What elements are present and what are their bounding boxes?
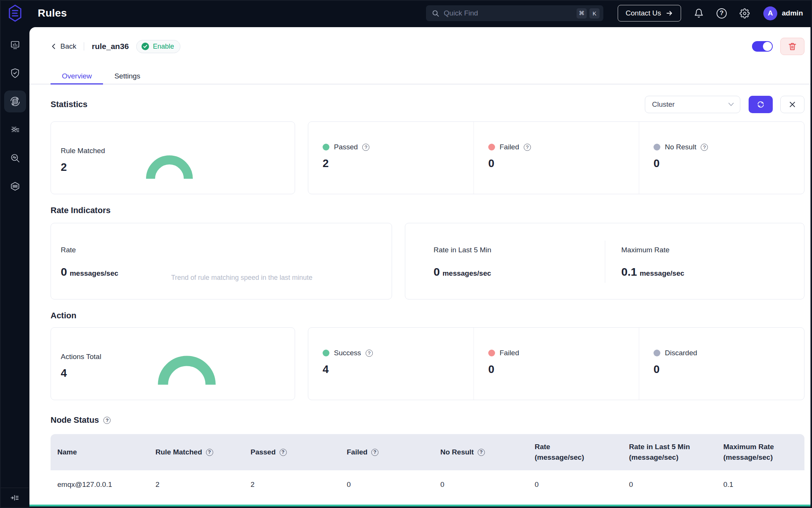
- help-icon[interactable]: [524, 144, 531, 151]
- table-row[interactable]: emqx@127.0.0.1 2 2 0 0 0 0 0.1: [51, 470, 804, 499]
- settings-gear-icon[interactable]: [740, 8, 750, 18]
- user-avatar[interactable]: A: [763, 6, 777, 20]
- rule-enabled-toggle[interactable]: [752, 41, 773, 52]
- cell-no-result: 0: [434, 480, 528, 489]
- maximum-rate-label: Maximum Rate: [621, 246, 670, 254]
- actions-total-label: Actions Total: [61, 353, 101, 361]
- help-icon[interactable]: [366, 350, 373, 357]
- sidebar-item-diagnose[interactable]: [4, 147, 26, 169]
- collapse-sidebar-button[interactable]: [1, 488, 29, 507]
- enable-status-badge: Enable: [136, 40, 180, 53]
- failed-label: Failed: [500, 143, 519, 151]
- username[interactable]: admin: [782, 9, 803, 17]
- help-icon[interactable]: [103, 417, 111, 424]
- help-icon[interactable]: [362, 144, 369, 151]
- scope-select[interactable]: Cluster: [645, 96, 740, 113]
- rate-last-5min-unit: messages/sec: [443, 269, 491, 278]
- passed-value: 2: [323, 157, 474, 170]
- rate-indicators-title: Rate Indicators: [51, 206, 111, 215]
- delete-rule-button[interactable]: [780, 38, 804, 55]
- help-icon[interactable]: [206, 449, 213, 456]
- help-icon[interactable]: [717, 8, 727, 18]
- node-status-title: Node Status: [51, 415, 99, 425]
- sidebar-item-management[interactable]: [4, 119, 26, 141]
- rule-matched-label: Rule Matched: [61, 147, 105, 155]
- passed-dot: [323, 144, 329, 150]
- discarded-metric: Discarded 0: [639, 328, 804, 400]
- table-header-row: Name Rule Matched Passed Failed No Resul…: [51, 434, 804, 470]
- sidebar-item-extensions[interactable]: [4, 175, 26, 197]
- rate-value: 0: [61, 266, 67, 278]
- tab-overview[interactable]: Overview: [51, 68, 103, 84]
- col-no-result: No Result: [434, 447, 528, 458]
- quick-find-search[interactable]: ⌘ K: [426, 5, 603, 21]
- collapse-sidebar-icon: [10, 493, 20, 503]
- actions-total-gauge: [158, 347, 216, 385]
- diagnose-search-icon: [10, 153, 20, 163]
- bottom-accent-line: [29, 505, 810, 506]
- maximum-rate-cell: Maximum Rate 0.1 message/sec: [605, 223, 804, 299]
- sidebar-item-access-control[interactable]: [4, 62, 26, 84]
- close-statistics-button[interactable]: [780, 96, 804, 113]
- refresh-button[interactable]: [749, 96, 773, 113]
- failed-dot: [488, 144, 495, 150]
- node-status-table: Name Rule Matched Passed Failed No Resul…: [51, 434, 804, 499]
- dashboard-icon: [10, 40, 20, 50]
- arrow-right-icon: [666, 9, 673, 17]
- node-status-header: Node Status: [51, 415, 804, 425]
- shield-check-icon: [10, 68, 20, 78]
- action-cards: Actions Total 4 Success 4: [51, 327, 804, 400]
- help-icon[interactable]: [280, 449, 287, 456]
- sidebar-item-dashboard[interactable]: [4, 34, 26, 56]
- cell-node-name: emqx@127.0.0.1: [51, 480, 149, 489]
- rule-matched-card: Rule Matched 2: [51, 121, 295, 194]
- col-rate: Rate(message/sec): [528, 442, 622, 463]
- tab-settings[interactable]: Settings: [103, 68, 152, 84]
- rate-last-5min-value: 0: [434, 266, 440, 278]
- notifications-bell-icon[interactable]: [694, 8, 704, 18]
- contact-us-label: Contact Us: [626, 9, 661, 17]
- contact-us-button[interactable]: Contact Us: [618, 5, 681, 21]
- topbar: Rules ⌘ K Contact Us: [1, 1, 811, 26]
- rate-cards: Rate 0 messages/sec Trend of rule matchi…: [51, 223, 804, 299]
- cmd-keycap: ⌘: [577, 8, 587, 18]
- cell-rate-5min: 0: [622, 480, 717, 489]
- no-result-value: 0: [654, 157, 804, 170]
- passed-label: Passed: [334, 143, 358, 151]
- col-max-rate: Maximum Rate(message/sec): [717, 442, 804, 463]
- action-title: Action: [51, 311, 76, 321]
- scope-select-value: Cluster: [652, 100, 675, 109]
- rate-card: Rate 0 messages/sec Trend of rule matchi…: [51, 223, 392, 299]
- action-header: Action: [51, 311, 804, 321]
- help-icon[interactable]: [371, 449, 378, 456]
- success-value: 4: [323, 363, 474, 376]
- actions-total-value: 4: [61, 367, 101, 379]
- discarded-dot: [654, 350, 660, 356]
- success-metric: Success 4: [308, 328, 474, 400]
- back-label: Back: [60, 42, 76, 51]
- rule-header: Back rule_an36 Enable: [51, 38, 804, 55]
- col-failed: Failed: [340, 447, 434, 458]
- divider: [605, 241, 605, 283]
- actions-total-card: Actions Total 4: [51, 327, 295, 400]
- emqx-logo[interactable]: [1, 5, 29, 22]
- statistics-header: Statistics Cluster: [51, 96, 804, 113]
- rule-matched-value: 2: [61, 161, 105, 173]
- refresh-icon: [756, 100, 765, 109]
- close-icon: [788, 100, 797, 109]
- sidebar-item-integration[interactable]: [4, 91, 26, 112]
- rule-name: rule_an36: [92, 42, 129, 51]
- back-button[interactable]: Back: [51, 42, 76, 51]
- check-circle-icon: [141, 42, 149, 51]
- help-icon[interactable]: [701, 144, 708, 151]
- rate-label: Rate: [61, 246, 76, 254]
- help-icon[interactable]: [478, 449, 485, 456]
- sidebar: [1, 26, 29, 507]
- action-failed-metric: Failed 0: [474, 328, 639, 400]
- discarded-value: 0: [654, 363, 804, 376]
- rate-indicators-header: Rate Indicators: [51, 206, 804, 215]
- success-dot: [323, 350, 329, 356]
- chevron-left-icon: [51, 43, 57, 50]
- search-input[interactable]: [444, 9, 574, 17]
- main-panel: Back rule_an36 Enable: [29, 27, 810, 506]
